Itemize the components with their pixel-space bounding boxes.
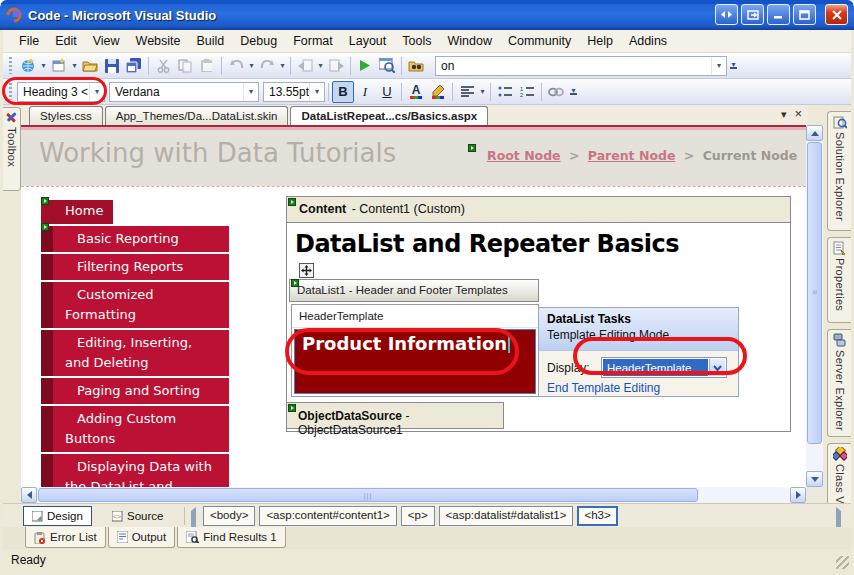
tab-datalist-skin[interactable]: App_Themes/Da...DataList.skin — [105, 106, 289, 125]
display-template-combobox[interactable]: HeaderTemplate — [601, 357, 727, 378]
nav-item-displaying-data[interactable]: Displaying Data with the DataList and — [41, 454, 229, 487]
nav-item-home[interactable]: Home — [41, 200, 113, 224]
menu-file[interactable]: File — [11, 31, 47, 51]
align-dropdown[interactable]: ▾ — [478, 81, 487, 103]
tab-basics-aspx[interactable]: DataListRepeat...cs/Basics.aspx — [290, 106, 488, 125]
smart-tag-glyph[interactable] — [41, 223, 49, 231]
menu-help[interactable]: Help — [579, 31, 621, 51]
block-format-combobox[interactable]: Heading 3 < ▾ — [17, 82, 105, 102]
menu-debug[interactable]: Debug — [232, 31, 285, 51]
menu-build[interactable]: Build — [189, 31, 233, 51]
italic-button[interactable]: I — [354, 81, 376, 103]
datalist-designer-caption[interactable]: DataList1 - Header and Footer Templates — [289, 279, 539, 302]
active-files-dropdown-icon[interactable]: ▾ — [781, 108, 787, 121]
nav-item-paging-sorting[interactable]: Paging and Sorting — [41, 378, 229, 404]
menu-website[interactable]: Website — [128, 31, 189, 51]
nav-item-adding-custom-buttons[interactable]: Adding Custom Buttons — [41, 406, 229, 452]
properties-tab[interactable]: Properties — [827, 237, 851, 323]
menu-layout[interactable]: Layout — [341, 31, 395, 51]
menu-tools[interactable]: Tools — [394, 31, 439, 51]
open-file-icon[interactable] — [79, 55, 101, 77]
close-button[interactable] — [825, 4, 848, 25]
popout-button[interactable] — [741, 4, 764, 25]
view-in-browser-icon[interactable] — [376, 55, 398, 77]
redo-dropdown[interactable]: ▾ — [278, 55, 287, 77]
undo-dropdown[interactable]: ▾ — [247, 55, 256, 77]
redo-icon[interactable] — [256, 55, 278, 77]
bullet-list-icon[interactable] — [494, 81, 516, 103]
tag-p[interactable]: <p> — [401, 506, 435, 526]
smart-tag-glyph[interactable] — [468, 144, 476, 152]
objectdatasource-control[interactable]: ObjectDataSource - ObjectDataSource1 — [286, 402, 504, 429]
toolbox-tab[interactable]: Toolbox — [3, 107, 21, 191]
scroll-left-button[interactable] — [21, 487, 37, 503]
smart-tag-glyph[interactable] — [288, 404, 296, 412]
horizontal-scroll-thumb[interactable]: ||| — [38, 488, 698, 502]
nav-item-filtering-reports[interactable]: Filtering Reports — [41, 254, 229, 280]
smart-tag-glyph[interactable] — [288, 198, 296, 206]
menu-window[interactable]: Window — [439, 31, 499, 51]
toolbar-options-chevron[interactable]: ▾ — [567, 81, 580, 103]
hyperlink-icon[interactable] — [545, 81, 567, 103]
smart-tag-glyph[interactable] — [291, 279, 299, 287]
font-color-button[interactable]: A — [405, 81, 427, 103]
toolbar-combobox[interactable]: on ▾ — [435, 56, 727, 76]
horizontal-scrollbar[interactable]: ||| — [21, 487, 806, 503]
toolbar-options-chevron[interactable]: ▾ — [727, 55, 740, 77]
template-edit-area[interactable]: Product Information — [294, 329, 536, 394]
end-template-editing-link[interactable]: End Template Editing — [547, 381, 660, 395]
menu-edit[interactable]: Edit — [47, 31, 85, 51]
bold-button[interactable]: B — [332, 81, 354, 103]
undo-icon[interactable] — [225, 55, 247, 77]
scroll-down-button[interactable] — [806, 471, 823, 487]
save-icon[interactable] — [101, 55, 123, 77]
vertical-scrollbar[interactable]: ≡ — [806, 125, 823, 487]
font-size-dropdown[interactable]: ▾ — [309, 83, 324, 101]
toolbar-grip[interactable] — [9, 57, 12, 74]
nav-item-basic-reporting[interactable]: Basic Reporting — [41, 226, 229, 252]
block-format-dropdown[interactable]: ▾ — [89, 83, 104, 101]
error-list-tab[interactable]: Error List — [25, 527, 106, 548]
menu-format[interactable]: Format — [285, 31, 341, 51]
display-template-dropdown[interactable] — [709, 359, 725, 376]
add-new-item-dropdown[interactable]: ▾ — [70, 55, 79, 77]
menu-view[interactable]: View — [85, 31, 128, 51]
toolbar-combobox-dropdown[interactable]: ▾ — [711, 57, 726, 75]
navigate-forward-icon[interactable] — [325, 55, 347, 77]
menu-community[interactable]: Community — [500, 31, 579, 51]
source-view-tab[interactable]: <> Source — [104, 506, 171, 526]
tag-body[interactable]: <body> — [203, 506, 255, 526]
numbered-list-icon[interactable]: 12 — [516, 81, 538, 103]
server-explorer-tab[interactable]: Server Explorer — [827, 329, 851, 437]
move-handle[interactable] — [299, 263, 314, 278]
menu-addins[interactable]: Addins — [621, 31, 675, 51]
design-view-tab[interactable]: Design — [23, 506, 92, 526]
start-debugging-icon[interactable] — [354, 55, 376, 77]
maximize-button[interactable] — [793, 4, 816, 25]
find-in-files-icon[interactable] — [405, 55, 427, 77]
smart-tag-glyph[interactable] — [41, 197, 49, 205]
nav-item-customized-formatting[interactable]: Customized Formatting — [41, 282, 229, 328]
add-new-item-icon[interactable] — [48, 55, 70, 77]
tag-h3[interactable]: <h3> — [577, 506, 617, 526]
underline-button[interactable]: U — [376, 81, 398, 103]
solution-explorer-tab[interactable]: Solution Explorer — [827, 111, 851, 231]
tag-asp-datalist[interactable]: <asp:datalist#datalist1> — [439, 506, 574, 526]
save-all-icon[interactable] — [123, 55, 145, 77]
new-website-dropdown[interactable]: ▾ — [39, 55, 48, 77]
nav-item-editing-inserting-deleting[interactable]: Editing, Inserting, and Deleting — [41, 330, 229, 376]
align-left-icon[interactable] — [456, 81, 478, 103]
font-name-combobox[interactable]: Verdana ▾ — [109, 82, 259, 102]
tab-styles-css[interactable]: Styles.css — [29, 106, 103, 125]
tag-asp-content[interactable]: <asp:content#content1> — [259, 506, 396, 526]
vertical-scroll-thumb[interactable]: ≡ — [807, 142, 822, 444]
close-document-icon[interactable]: × — [794, 108, 802, 121]
highlight-button[interactable] — [427, 81, 449, 103]
scroll-up-button[interactable] — [806, 125, 823, 141]
paste-icon[interactable] — [196, 55, 218, 77]
navigate-back-dropdown[interactable]: ▾ — [316, 55, 325, 77]
breadcrumb-root-link[interactable]: Root Node — [487, 148, 561, 163]
breadcrumb-parent-link[interactable]: Parent Node — [588, 148, 676, 163]
cut-icon[interactable] — [152, 55, 174, 77]
font-name-dropdown[interactable]: ▾ — [243, 83, 258, 101]
